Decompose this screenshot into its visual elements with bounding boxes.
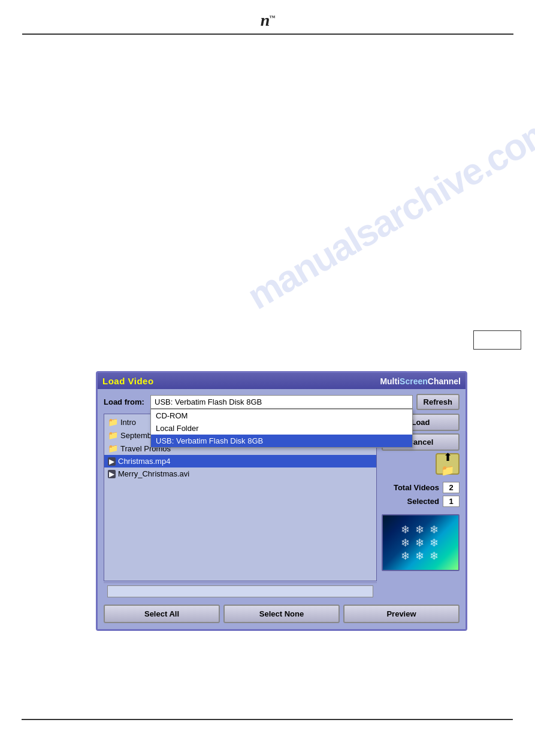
path-input-row — [104, 582, 377, 600]
brand-logo: n™ — [261, 11, 275, 30]
refresh-button[interactable]: Refresh — [416, 394, 460, 410]
footer-line — [22, 719, 513, 720]
dropdown-item-usb[interactable]: USB: Verbatim Flash Disk 8GB — [151, 435, 412, 447]
folder-icon: 📁 — [108, 430, 118, 440]
stats-box: Total Videos 2 Selected 1 — [382, 482, 460, 507]
file-name-intro: Intro — [120, 418, 136, 427]
brand-screen: Screen — [400, 377, 428, 386]
folder-up-icon: ⬆📁 — [437, 451, 458, 477]
trademark: ™ — [269, 14, 274, 21]
video-icon: ▶ — [108, 470, 116, 478]
file-item-merry-christmas[interactable]: ▶ Merry_Christmas.avi — [104, 467, 376, 480]
page-header: n™ — [0, 0, 535, 35]
selected-value: 1 — [443, 496, 460, 507]
folder-icon: 📁 — [108, 417, 118, 427]
load-from-select-wrapper[interactable]: CD-ROM Local Folder USB: Verbatim Flash … — [150, 395, 413, 409]
select-none-button[interactable]: Select None — [223, 605, 340, 623]
load-from-dropdown[interactable]: CD-ROM Local Folder USB: Verbatim Flash … — [150, 409, 413, 448]
dialog-body: Load from: CD-ROM Local Folder USB: Verb… — [98, 389, 466, 629]
selected-row: Selected 1 — [382, 496, 460, 507]
load-from-label: Load from: — [104, 397, 147, 406]
load-from-select[interactable]: CD-ROM Local Folder USB: Verbatim Flash … — [150, 395, 413, 409]
dialog-brand: MultiScreenChannel — [380, 377, 461, 386]
selected-label: Selected — [407, 497, 439, 506]
file-name-christmas-mp4: Christmas.mp4 — [118, 457, 170, 466]
brand-channel: Channel — [428, 377, 461, 386]
header-line — [22, 34, 513, 35]
preview-snowflakes: ❄ ❄ ❄❄ ❄ ❄❄ ❄ ❄ — [383, 515, 458, 570]
dialog-title: Load Video — [102, 376, 154, 386]
file-name-merry-christmas: Merry_Christmas.avi — [118, 469, 189, 478]
folder-up-button[interactable]: ⬆📁 — [436, 453, 460, 475]
dialog-titlebar: Load Video MultiScreenChannel — [98, 373, 466, 389]
callout-box-top — [473, 330, 521, 350]
bottom-buttons: Select All Select None Preview — [104, 605, 460, 623]
dialog-wrapper: Load Video MultiScreenChannel Load from:… — [96, 371, 467, 631]
file-item-christmas-mp4[interactable]: ▶ Christmas.mp4 — [104, 455, 376, 467]
total-videos-label: Total Videos — [394, 483, 439, 492]
preview-button[interactable]: Preview — [343, 605, 460, 623]
folder-icon: 📁 — [108, 444, 118, 453]
brand-multi: Multi — [380, 377, 400, 386]
dropdown-item-cdrom[interactable]: CD-ROM — [151, 409, 412, 422]
watermark: manualsarchive.com — [240, 108, 535, 317]
dropdown-item-local[interactable]: Local Folder — [151, 422, 412, 435]
video-icon: ▶ — [108, 457, 116, 466]
total-videos-value: 2 — [443, 482, 460, 493]
preview-box: ❄ ❄ ❄❄ ❄ ❄❄ ❄ ❄ — [382, 514, 460, 571]
select-all-button[interactable]: Select All — [104, 605, 220, 623]
path-input[interactable] — [107, 585, 373, 597]
load-from-row: Load from: CD-ROM Local Folder USB: Verb… — [104, 394, 460, 410]
total-videos-row: Total Videos 2 — [382, 482, 460, 493]
load-video-dialog: Load Video MultiScreenChannel Load from:… — [96, 371, 467, 631]
